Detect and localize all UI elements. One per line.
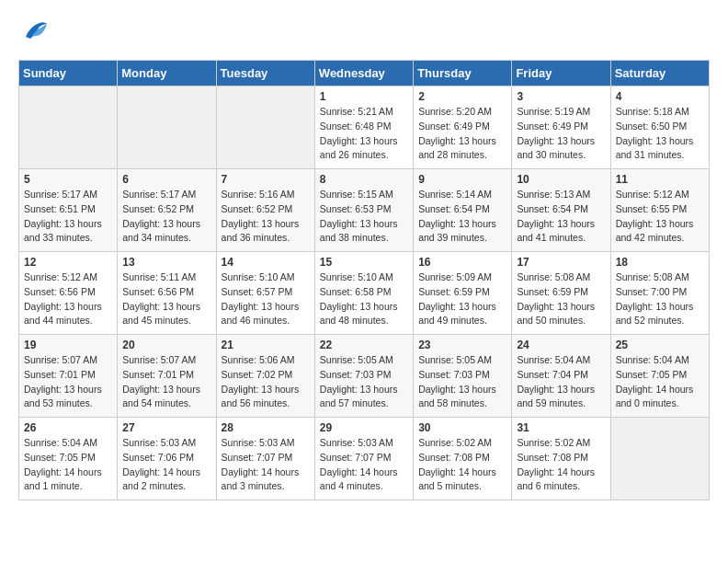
cell-info: Sunrise: 5:18 AMSunset: 6:50 PMDaylight:… xyxy=(616,105,704,163)
week-row-2: 5Sunrise: 5:17 AMSunset: 6:51 PMDaylight… xyxy=(19,169,710,252)
day-number: 8 xyxy=(320,173,408,186)
cell-info: Sunrise: 5:04 AMSunset: 7:04 PMDaylight:… xyxy=(517,353,605,411)
page-header xyxy=(18,18,710,51)
calendar-cell: 2Sunrise: 5:20 AMSunset: 6:49 PMDaylight… xyxy=(414,86,512,169)
cell-info: Sunrise: 5:20 AMSunset: 6:49 PMDaylight:… xyxy=(418,105,506,163)
cell-info: Sunrise: 5:10 AMSunset: 6:57 PMDaylight:… xyxy=(222,270,310,328)
cell-info: Sunrise: 5:10 AMSunset: 6:58 PMDaylight:… xyxy=(320,270,408,328)
cell-info: Sunrise: 5:08 AMSunset: 6:59 PMDaylight:… xyxy=(517,270,605,328)
calendar-cell: 20Sunrise: 5:07 AMSunset: 7:01 PMDayligh… xyxy=(118,335,216,418)
day-number: 31 xyxy=(517,421,605,434)
day-header-thursday: Thursday xyxy=(414,61,512,86)
cell-info: Sunrise: 5:04 AMSunset: 7:05 PMDaylight:… xyxy=(616,353,704,411)
calendar-cell: 4Sunrise: 5:18 AMSunset: 6:50 PMDaylight… xyxy=(610,86,709,169)
day-number: 11 xyxy=(616,173,704,186)
cell-info: Sunrise: 5:02 AMSunset: 7:08 PMDaylight:… xyxy=(517,436,605,494)
day-number: 22 xyxy=(320,339,408,351)
week-row-1: 1Sunrise: 5:21 AMSunset: 6:48 PMDaylight… xyxy=(19,86,710,169)
day-number: 21 xyxy=(222,339,310,351)
day-number: 18 xyxy=(616,256,704,269)
day-number: 10 xyxy=(517,173,605,186)
cell-info: Sunrise: 5:08 AMSunset: 7:00 PMDaylight:… xyxy=(616,270,704,328)
cell-info: Sunrise: 5:02 AMSunset: 7:08 PMDaylight:… xyxy=(418,436,506,494)
calendar-cell: 22Sunrise: 5:05 AMSunset: 7:03 PMDayligh… xyxy=(314,335,413,418)
calendar-cell: 24Sunrise: 5:04 AMSunset: 7:04 PMDayligh… xyxy=(512,335,610,418)
logo-bird-icon xyxy=(21,18,49,46)
day-number: 27 xyxy=(122,421,210,434)
cell-info: Sunrise: 5:03 AMSunset: 7:07 PMDaylight:… xyxy=(320,436,408,494)
calendar-cell: 23Sunrise: 5:05 AMSunset: 7:03 PMDayligh… xyxy=(414,335,512,418)
cell-info: Sunrise: 5:04 AMSunset: 7:05 PMDaylight:… xyxy=(24,436,112,494)
calendar-cell: 16Sunrise: 5:09 AMSunset: 6:59 PMDayligh… xyxy=(414,252,512,335)
calendar-cell: 15Sunrise: 5:10 AMSunset: 6:58 PMDayligh… xyxy=(314,252,413,335)
day-number: 23 xyxy=(418,339,506,351)
day-number: 4 xyxy=(616,90,704,103)
calendar-cell: 14Sunrise: 5:10 AMSunset: 6:57 PMDayligh… xyxy=(216,252,314,335)
calendar-cell: 19Sunrise: 5:07 AMSunset: 7:01 PMDayligh… xyxy=(19,335,118,418)
cell-info: Sunrise: 5:07 AMSunset: 7:01 PMDaylight:… xyxy=(122,353,210,411)
calendar-cell: 18Sunrise: 5:08 AMSunset: 7:00 PMDayligh… xyxy=(610,252,709,335)
day-number: 1 xyxy=(320,90,408,103)
calendar-cell: 25Sunrise: 5:04 AMSunset: 7:05 PMDayligh… xyxy=(610,335,709,418)
week-row-3: 12Sunrise: 5:12 AMSunset: 6:56 PMDayligh… xyxy=(19,252,710,335)
calendar-cell xyxy=(610,418,709,500)
day-number: 26 xyxy=(24,421,112,434)
calendar-cell: 30Sunrise: 5:02 AMSunset: 7:08 PMDayligh… xyxy=(414,418,512,500)
cell-info: Sunrise: 5:05 AMSunset: 7:03 PMDaylight:… xyxy=(418,353,506,411)
calendar-cell: 5Sunrise: 5:17 AMSunset: 6:51 PMDaylight… xyxy=(19,169,118,252)
cell-info: Sunrise: 5:05 AMSunset: 7:03 PMDaylight:… xyxy=(320,353,408,411)
days-header-row: SundayMondayTuesdayWednesdayThursdayFrid… xyxy=(19,61,710,86)
calendar-cell: 17Sunrise: 5:08 AMSunset: 6:59 PMDayligh… xyxy=(512,252,610,335)
day-number: 9 xyxy=(418,173,506,186)
cell-info: Sunrise: 5:11 AMSunset: 6:56 PMDaylight:… xyxy=(122,270,210,328)
day-number: 28 xyxy=(222,421,310,434)
cell-info: Sunrise: 5:13 AMSunset: 6:54 PMDaylight:… xyxy=(517,188,605,246)
cell-info: Sunrise: 5:17 AMSunset: 6:51 PMDaylight:… xyxy=(24,188,112,246)
calendar-cell: 13Sunrise: 5:11 AMSunset: 6:56 PMDayligh… xyxy=(118,252,216,335)
day-number: 19 xyxy=(24,339,112,351)
calendar-cell: 10Sunrise: 5:13 AMSunset: 6:54 PMDayligh… xyxy=(512,169,610,252)
day-number: 14 xyxy=(222,256,310,269)
day-number: 2 xyxy=(418,90,506,103)
cell-info: Sunrise: 5:03 AMSunset: 7:06 PMDaylight:… xyxy=(122,436,210,494)
calendar-cell: 8Sunrise: 5:15 AMSunset: 6:53 PMDaylight… xyxy=(314,169,413,252)
cell-info: Sunrise: 5:17 AMSunset: 6:52 PMDaylight:… xyxy=(122,188,210,246)
cell-info: Sunrise: 5:16 AMSunset: 6:52 PMDaylight:… xyxy=(222,188,310,246)
cell-info: Sunrise: 5:12 AMSunset: 6:55 PMDaylight:… xyxy=(616,188,704,246)
calendar-cell: 7Sunrise: 5:16 AMSunset: 6:52 PMDaylight… xyxy=(216,169,314,252)
day-number: 3 xyxy=(517,90,605,103)
cell-info: Sunrise: 5:15 AMSunset: 6:53 PMDaylight:… xyxy=(320,188,408,246)
cell-info: Sunrise: 5:14 AMSunset: 6:54 PMDaylight:… xyxy=(418,188,506,246)
day-header-friday: Friday xyxy=(512,61,610,86)
day-number: 13 xyxy=(122,256,210,269)
calendar-cell: 12Sunrise: 5:12 AMSunset: 6:56 PMDayligh… xyxy=(19,252,118,335)
day-number: 6 xyxy=(122,173,210,186)
day-number: 5 xyxy=(24,173,112,186)
calendar-cell xyxy=(216,86,314,169)
day-number: 25 xyxy=(616,339,704,351)
calendar-cell: 29Sunrise: 5:03 AMSunset: 7:07 PMDayligh… xyxy=(314,418,413,500)
day-number: 30 xyxy=(418,421,506,434)
cell-info: Sunrise: 5:09 AMSunset: 6:59 PMDaylight:… xyxy=(418,270,506,328)
calendar-table: SundayMondayTuesdayWednesdayThursdayFrid… xyxy=(18,60,710,500)
calendar-cell: 9Sunrise: 5:14 AMSunset: 6:54 PMDaylight… xyxy=(414,169,512,252)
calendar-cell: 3Sunrise: 5:19 AMSunset: 6:49 PMDaylight… xyxy=(512,86,610,169)
day-number: 16 xyxy=(418,256,506,269)
cell-info: Sunrise: 5:03 AMSunset: 7:07 PMDaylight:… xyxy=(222,436,310,494)
calendar-cell xyxy=(19,86,118,169)
day-header-monday: Monday xyxy=(118,61,216,86)
day-header-tuesday: Tuesday xyxy=(216,61,314,86)
day-number: 7 xyxy=(222,173,310,186)
calendar-cell: 27Sunrise: 5:03 AMSunset: 7:06 PMDayligh… xyxy=(118,418,216,500)
day-number: 12 xyxy=(24,256,112,269)
calendar-cell: 21Sunrise: 5:06 AMSunset: 7:02 PMDayligh… xyxy=(216,335,314,418)
cell-info: Sunrise: 5:19 AMSunset: 6:49 PMDaylight:… xyxy=(517,105,605,163)
calendar-cell: 31Sunrise: 5:02 AMSunset: 7:08 PMDayligh… xyxy=(512,418,610,500)
day-number: 15 xyxy=(320,256,408,269)
day-number: 17 xyxy=(517,256,605,269)
week-row-5: 26Sunrise: 5:04 AMSunset: 7:05 PMDayligh… xyxy=(19,418,710,500)
day-header-sunday: Sunday xyxy=(19,61,118,86)
calendar-cell: 11Sunrise: 5:12 AMSunset: 6:55 PMDayligh… xyxy=(610,169,709,252)
week-row-4: 19Sunrise: 5:07 AMSunset: 7:01 PMDayligh… xyxy=(19,335,710,418)
cell-info: Sunrise: 5:12 AMSunset: 6:56 PMDaylight:… xyxy=(24,270,112,328)
